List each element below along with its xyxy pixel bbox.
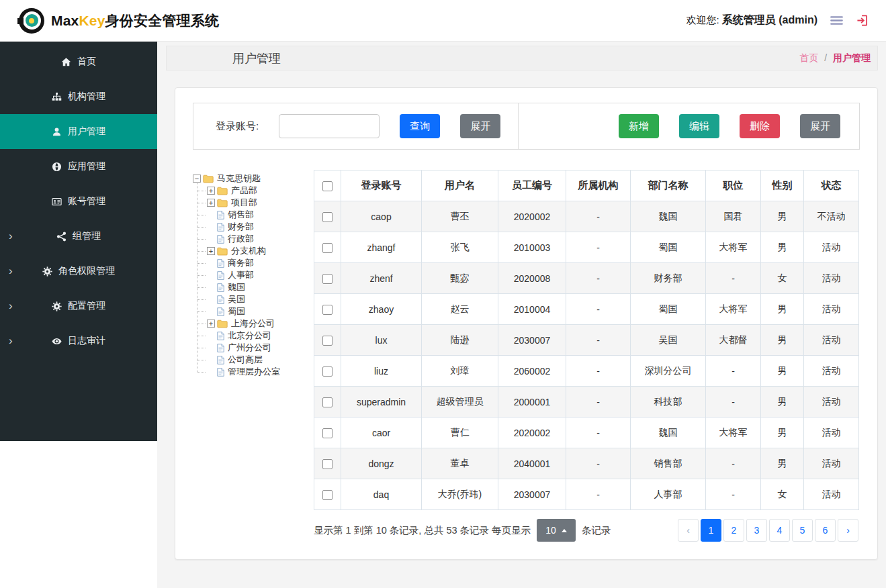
tree-node[interactable]: 公司高层: [193, 354, 314, 366]
breadcrumb-home-link[interactable]: 首页: [799, 52, 818, 63]
query-button[interactable]: 查询: [400, 114, 440, 138]
row-checkbox[interactable]: [322, 274, 333, 284]
table-cell: 甄宓: [422, 263, 498, 294]
tree-node-label: 广州分公司: [226, 342, 271, 354]
logout-icon[interactable]: [856, 14, 870, 27]
tree-node[interactable]: 人事部: [193, 269, 314, 281]
tree-node[interactable]: +产品部: [193, 185, 314, 197]
row-checkbox[interactable]: [322, 305, 333, 315]
add-button[interactable]: 新增: [619, 114, 659, 138]
actions-section: 新增 编辑 删除 展开: [519, 103, 859, 149]
table-row[interactable]: caor曹仁2020002-魏国大将军男活动: [314, 418, 859, 448]
table-row[interactable]: zhaoy赵云2010004-蜀国大将军男活动: [314, 294, 859, 325]
tree-node-label: 销售部: [226, 209, 254, 221]
sidebar-item-user-management[interactable]: 用户管理: [0, 114, 157, 149]
table-row[interactable]: superadmin超级管理员2000001-科技部-男活动: [314, 387, 859, 418]
table-cell: liuz: [341, 356, 422, 387]
row-checkbox[interactable]: [322, 490, 333, 500]
sidebar-item-role-permission[interactable]: ›角色权限管理: [0, 254, 157, 289]
row-checkbox[interactable]: [322, 243, 333, 253]
sidebar-item-label: 配置管理: [68, 300, 105, 312]
page-button-6[interactable]: 6: [815, 519, 836, 542]
row-checkbox[interactable]: [322, 397, 333, 407]
sidebar-item-app-management[interactable]: 应用管理: [0, 149, 157, 184]
table-cell: 男: [761, 448, 804, 479]
row-checkbox[interactable]: [322, 459, 333, 469]
collapse-icon[interactable]: −: [193, 175, 201, 183]
table-cell: dongz: [341, 448, 422, 479]
sidebar-item-config-management[interactable]: ›配置管理: [0, 289, 157, 324]
chevron-right-icon: ›: [9, 265, 13, 277]
tree-node[interactable]: 管理层办公室: [193, 366, 314, 378]
tree-node[interactable]: 销售部: [193, 209, 314, 221]
table-row[interactable]: liuz刘璋2060002-深圳分公司-男活动: [314, 356, 859, 387]
row-checkbox[interactable]: [322, 366, 333, 377]
table-cell: 2000001: [498, 387, 566, 418]
tree-node[interactable]: 蜀国: [193, 305, 314, 317]
table-row[interactable]: lux陆逊2030007-吴国大都督男活动: [314, 325, 859, 356]
tree-node[interactable]: +上海分公司: [193, 317, 314, 330]
sidebar-item-group-management[interactable]: ›组管理: [0, 219, 157, 254]
login-account-input[interactable]: [279, 114, 380, 138]
page-button-2[interactable]: 2: [723, 519, 744, 542]
table-row[interactable]: dongz董卓2040001-销售部-男活动: [314, 448, 859, 479]
tree-spacer: [207, 223, 215, 231]
table-row[interactable]: daq大乔(乔玮)2030007-人事部-女活动: [314, 479, 859, 510]
tree-node[interactable]: 广州分公司: [193, 342, 314, 354]
table-cell: 活动: [804, 294, 859, 325]
welcome-prefix: 欢迎您:: [686, 14, 719, 26]
chevron-right-icon: ›: [9, 230, 13, 242]
next-page-button[interactable]: ›: [838, 519, 858, 542]
tree-node-label: 北京分公司: [226, 330, 271, 342]
top-header: MaxKey身份安全管理系统 欢迎您: 系统管理员 (admin): [0, 0, 886, 42]
menu-toggle-icon[interactable]: [830, 14, 844, 27]
edit-button[interactable]: 编辑: [679, 114, 719, 138]
tree-node[interactable]: 商务部: [193, 257, 314, 269]
tree-node[interactable]: −马克思钥匙: [193, 173, 314, 185]
select-all-checkbox[interactable]: [322, 181, 333, 191]
toolbar: 登录账号: 查询 展开 新增 编辑 删除 展开: [193, 103, 860, 150]
page-button-1[interactable]: 1: [701, 519, 721, 542]
tree-spacer: [207, 259, 215, 267]
expand-icon[interactable]: +: [207, 247, 215, 255]
tree-node[interactable]: +分支机构: [193, 245, 314, 257]
page-button-4[interactable]: 4: [769, 519, 790, 542]
expand-search-button[interactable]: 展开: [460, 114, 500, 138]
row-checkbox[interactable]: [322, 212, 333, 222]
page-size-dropdown[interactable]: 10: [537, 519, 576, 542]
page-title: 用户管理: [232, 50, 281, 66]
table-cell: 曹仁: [422, 418, 498, 448]
table-cell: -: [566, 448, 631, 479]
header-checkbox-cell: [314, 170, 341, 201]
row-checkbox[interactable]: [322, 428, 333, 438]
table-row[interactable]: zhangf张飞2010003-蜀国大将军男活动: [314, 232, 859, 263]
tree-node[interactable]: 财务部: [193, 221, 314, 233]
gears-icon: [52, 301, 62, 311]
expand-icon[interactable]: +: [207, 320, 215, 328]
sidebar-item-home[interactable]: 首页: [0, 44, 157, 79]
page-button-5[interactable]: 5: [792, 519, 813, 542]
delete-button[interactable]: 删除: [740, 114, 780, 138]
sidebar-item-org-management[interactable]: 机构管理: [0, 79, 157, 114]
expand-icon[interactable]: +: [207, 199, 215, 207]
table-cell: 男: [761, 387, 804, 418]
prev-page-button[interactable]: ‹: [678, 519, 699, 542]
row-checkbox[interactable]: [322, 336, 333, 346]
file-icon: [217, 295, 224, 304]
expand-icon[interactable]: +: [207, 187, 215, 195]
expand-actions-button[interactable]: 展开: [800, 114, 840, 138]
file-icon: [217, 235, 224, 244]
tree-node[interactable]: 北京分公司: [193, 330, 314, 342]
tree-node[interactable]: +项目部: [193, 197, 314, 209]
sidebar-item-log-audit[interactable]: ›日志审计: [0, 324, 157, 358]
table-cell: 2030007: [498, 479, 566, 510]
tree-spacer: [207, 283, 215, 291]
tree-node[interactable]: 吴国: [193, 293, 314, 305]
tree-node[interactable]: 行政部: [193, 233, 314, 245]
table-row[interactable]: caop曹丕2020002-魏国国君男不活动: [314, 201, 859, 232]
tree-node[interactable]: 魏国: [193, 281, 314, 293]
page-button-3[interactable]: 3: [746, 519, 767, 542]
table-row[interactable]: zhenf甄宓2020008-财务部-女活动: [314, 263, 859, 294]
table-cell: 魏国: [631, 201, 706, 232]
sidebar-item-account-management[interactable]: 账号管理: [0, 184, 157, 219]
